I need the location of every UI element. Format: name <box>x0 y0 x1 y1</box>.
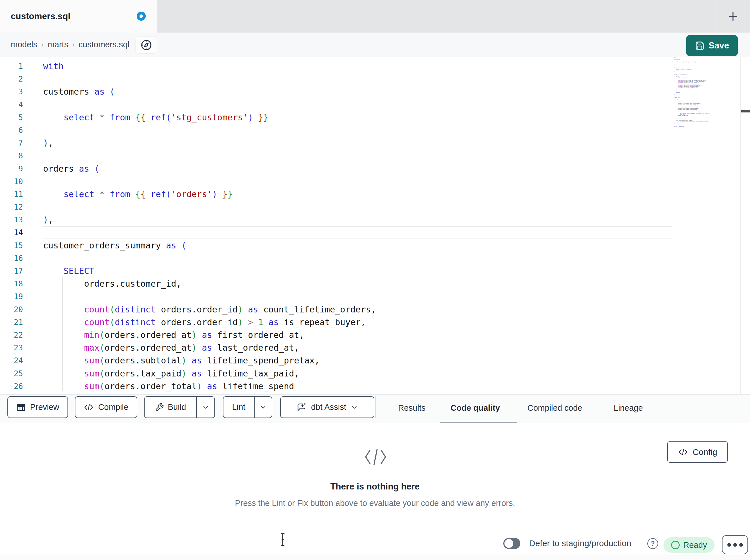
breadcrumb-row: models › marts › customers.sql Save <box>0 33 750 57</box>
code-line[interactable]: 12 <box>0 201 672 213</box>
chevron-down-icon <box>202 403 209 411</box>
help-icon[interactable]: ? <box>647 538 658 549</box>
code-line[interactable]: 4 <box>0 98 672 111</box>
lint-dropdown-button[interactable] <box>255 397 272 417</box>
save-label: Save <box>709 41 729 51</box>
dbt-assist-button[interactable]: dbt Assist <box>280 396 374 418</box>
code-line[interactable]: 22 min(orders.ordered_at) as first_order… <box>0 329 672 341</box>
config-label: Config <box>693 447 717 457</box>
code-line[interactable]: 17 SELECT <box>0 265 672 277</box>
line-number: 3 <box>0 85 24 98</box>
code-line[interactable]: 7), <box>0 137 672 149</box>
line-number: 4 <box>0 98 24 111</box>
code-line[interactable]: 3customers as ( <box>0 85 672 98</box>
tab-code-quality-label: Code quality <box>451 403 500 413</box>
code-line[interactable]: 24 sum(orders.subtotal) as lifetime_spen… <box>0 354 672 367</box>
tab-customers-sql[interactable]: customers.sql <box>0 0 157 33</box>
code-icon <box>84 403 94 412</box>
code-line[interactable]: 21 count(distinct orders.order_id) > 1 a… <box>0 316 672 329</box>
code-line[interactable]: 26 sum(orders.order_total) as lifetime_s… <box>0 380 672 393</box>
code-line[interactable]: 6 <box>0 124 672 137</box>
config-button[interactable]: Config <box>667 441 728 463</box>
new-tab-button[interactable] <box>722 5 744 28</box>
code-line[interactable]: 20 count(distinct orders.order_id) as co… <box>0 303 672 316</box>
breadcrumb-separator: › <box>72 40 75 49</box>
line-number: 6 <box>0 124 24 137</box>
preview-label: Preview <box>30 402 59 412</box>
line-number: 26 <box>0 380 24 393</box>
code-line[interactable]: 19 <box>0 290 672 303</box>
build-button[interactable]: Build <box>145 397 196 417</box>
line-number: 19 <box>0 290 24 303</box>
line-number: 25 <box>0 367 24 380</box>
more-options-button[interactable] <box>722 535 748 554</box>
compile-button[interactable]: Compile <box>75 396 137 418</box>
code-line[interactable]: 11 select * from {{ ref('orders') }} <box>0 188 672 201</box>
code-line[interactable]: 23 max(orders.ordered_at) as last_ordere… <box>0 341 672 354</box>
preview-button[interactable]: Preview <box>7 396 68 418</box>
save-button[interactable]: Save <box>686 35 738 56</box>
explore-compass-button[interactable] <box>135 37 157 54</box>
code-line[interactable]: 1with <box>0 60 672 72</box>
build-dropdown-button[interactable] <box>197 397 214 417</box>
line-number: 7 <box>0 137 24 149</box>
lint-label: Lint <box>232 402 245 412</box>
breadcrumb-models[interactable]: models <box>11 40 37 49</box>
action-bar: Preview Compile Build Lint <box>0 394 750 423</box>
minimap[interactable]: with customers as ( select * from {{ ref… <box>674 57 740 394</box>
tab-results-label: Results <box>398 403 426 413</box>
line-number: 21 <box>0 316 24 329</box>
line-number: 5 <box>0 111 24 124</box>
tab-code-quality[interactable]: Code quality <box>451 395 500 421</box>
defer-toggle[interactable] <box>503 538 520 549</box>
minimap-content: with customers as ( select * from {{ ref… <box>674 57 740 127</box>
breadcrumb: models › marts › customers.sql <box>11 33 129 57</box>
lint-split-button: Lint <box>223 396 272 418</box>
compile-label: Compile <box>98 402 128 412</box>
code-editor[interactable]: 1with23customers as (45 select * from {{… <box>0 57 750 394</box>
code-line[interactable]: 18 orders.customer_id, <box>0 277 672 290</box>
code-line[interactable]: 14 <box>0 226 672 239</box>
breadcrumb-marts[interactable]: marts <box>47 40 68 49</box>
line-number: 12 <box>0 201 24 213</box>
breadcrumb-separator: › <box>41 40 44 49</box>
line-number: 20 <box>0 303 24 316</box>
breadcrumb-file: customers.sql <box>79 40 129 49</box>
tab-results[interactable]: Results <box>398 395 426 421</box>
line-number: 2 <box>0 72 24 85</box>
code-line[interactable]: 16 <box>0 252 672 265</box>
line-number: 13 <box>0 213 24 226</box>
lint-button[interactable]: Lint <box>223 397 254 417</box>
toggle-knob <box>505 539 513 548</box>
overview-ruler-cursor-marker <box>741 110 750 112</box>
line-number: 17 <box>0 265 24 277</box>
code-line[interactable]: 25 sum(orders.tax_paid) as lifetime_tax_… <box>0 367 672 380</box>
code-line[interactable]: 9orders as ( <box>0 162 672 175</box>
tab-compiled-code[interactable]: Compiled code <box>528 395 582 421</box>
empty-state-subtitle: Press the Lint or Fix button above to ev… <box>0 499 750 508</box>
tab-compiled-code-label: Compiled code <box>528 403 582 413</box>
code-line[interactable]: 13), <box>0 213 672 226</box>
status-bar: Defer to staging/production ? Ready <box>0 531 750 555</box>
line-number: 9 <box>0 162 24 175</box>
dbt-assist-label: dbt Assist <box>311 402 346 412</box>
code-line[interactable]: 2 <box>0 72 672 85</box>
code-line[interactable]: 15customer_orders_summary as ( <box>0 239 672 252</box>
wrench-icon <box>155 403 164 412</box>
code-quality-panel <box>0 423 750 531</box>
code-line[interactable]: 5 select * from {{ ref('stg_customers') … <box>0 111 672 124</box>
code-line[interactable]: 10 <box>0 175 672 188</box>
tab-title: customers.sql <box>11 0 70 33</box>
bottom-strip <box>0 555 750 560</box>
compass-icon <box>140 39 153 51</box>
tab-lineage[interactable]: Lineage <box>614 395 643 421</box>
ready-status-badge[interactable]: Ready <box>664 537 714 553</box>
tab-bar: customers.sql <box>0 0 750 33</box>
line-number: 22 <box>0 329 24 341</box>
chevron-down-icon <box>351 403 358 411</box>
overview-ruler[interactable] <box>741 57 750 394</box>
build-label: Build <box>168 402 186 412</box>
unsaved-changes-dot-icon <box>137 12 146 21</box>
code-line[interactable]: 8 <box>0 149 672 162</box>
line-number: 15 <box>0 239 24 252</box>
